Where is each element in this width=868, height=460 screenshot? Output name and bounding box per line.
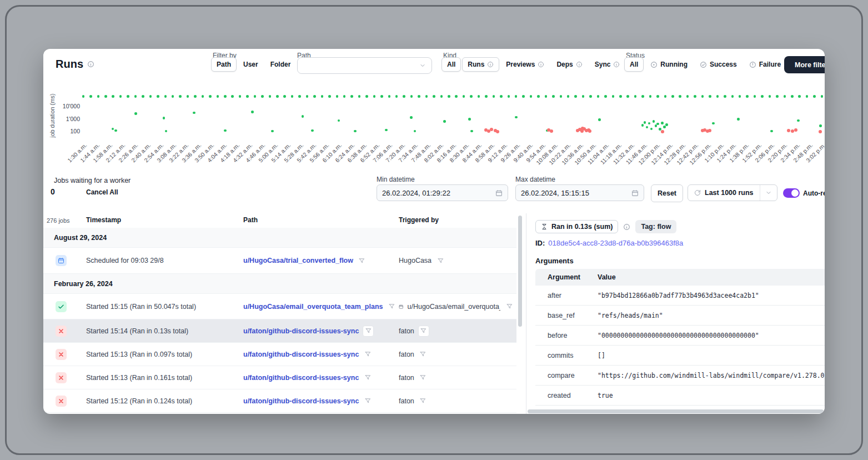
status-chip-all[interactable]: All <box>624 57 644 72</box>
data-point <box>239 95 242 98</box>
job-path-link[interactable]: u/HugoCasa/trial_converted_flow <box>243 257 353 264</box>
kind-chip-previews[interactable]: Previews <box>500 57 550 72</box>
job-path-cell: u/HugoCasa/email_overquota_team_plans <box>243 302 397 312</box>
data-point <box>388 95 391 98</box>
data-point <box>604 95 607 98</box>
filter-funnel-icon[interactable] <box>387 302 397 312</box>
table-row[interactable]: Started 15:12 (Ran in 0.124s total)u/fat… <box>43 389 516 413</box>
data-point <box>784 95 786 98</box>
data-point <box>217 95 219 98</box>
data-point <box>251 111 254 113</box>
data-point <box>114 129 117 132</box>
min-datetime-input[interactable]: 26.02.2024, 01:29:22 <box>377 184 508 201</box>
chip-label: User <box>243 61 258 68</box>
kind-chip-runs[interactable]: Runs <box>462 57 499 72</box>
info-icon[interactable] <box>87 61 94 68</box>
page-title: Runs <box>56 58 94 71</box>
filter-funnel-icon[interactable] <box>363 396 373 406</box>
horizontal-scrollbar[interactable] <box>528 409 824 413</box>
calendar-icon[interactable] <box>495 189 503 197</box>
info-icon <box>487 61 494 68</box>
max-datetime-input[interactable]: 26.02.2024, 15:15:15 <box>515 184 644 201</box>
table-row[interactable]: Started 15:13 (Ran in 0.161s total)u/fat… <box>43 366 516 389</box>
status-chip-success[interactable]: Success <box>694 57 742 72</box>
data-point <box>597 95 600 98</box>
job-path-link[interactable]: u/faton/github-discord-issues-sync <box>243 374 359 382</box>
job-path-link[interactable]: u/HugoCasa/email_overquota_team_plans <box>243 303 383 311</box>
data-point <box>89 95 92 98</box>
kind-chip-deps[interactable]: Deps <box>551 57 588 72</box>
data-point <box>515 95 518 98</box>
data-point <box>468 118 471 121</box>
alert-circle-icon <box>749 61 756 68</box>
filter-funnel-icon[interactable] <box>435 256 445 266</box>
data-point <box>656 95 659 98</box>
data-point <box>545 95 548 98</box>
kind-chip-all[interactable]: All <box>441 57 461 72</box>
kind-chip-sync[interactable]: Sync <box>589 57 626 72</box>
data-point <box>97 95 100 98</box>
data-point <box>350 95 353 98</box>
job-timestamp: Started 15:13 (Ran in 0.161s total) <box>86 374 192 382</box>
data-point <box>321 95 324 98</box>
status-chip-failure[interactable]: Failure <box>744 57 786 72</box>
duration-badge: Ran in 0.13s (sum) <box>535 220 618 233</box>
job-path-link[interactable]: u/faton/github-discord-issues-sync <box>243 327 359 335</box>
job-triggered-by-cell: u/HugoCasa/email_overquota_team_plans <box>399 302 514 312</box>
data-point <box>644 121 646 124</box>
table-row[interactable]: Scheduled for 09:03 29/8u/HugoCasa/trial… <box>43 248 516 274</box>
filter-by-chip-path[interactable]: Path <box>211 57 237 72</box>
filter-funnel-icon[interactable] <box>418 349 428 359</box>
job-path-link[interactable]: u/faton/github-discord-issues-sync <box>243 351 359 358</box>
auto-refresh-toggle[interactable] <box>783 188 800 198</box>
jobs-table-body: August 29, 2024Scheduled for 09:03 29/8u… <box>43 228 516 414</box>
filter-funnel-icon[interactable] <box>357 256 367 266</box>
job-triggered-by-cell: HugoCasa <box>399 256 445 266</box>
run-id-link[interactable]: 018de5c4-acc8-23d8-d76a-b0b396463f8a <box>548 239 683 247</box>
last-runs-dropdown-button[interactable] <box>760 185 777 201</box>
argument-row: after"b97b4bd12866a0b7adf77b3b4963d3acee… <box>535 286 825 306</box>
filter-funnel-icon[interactable] <box>504 302 514 312</box>
data-point <box>269 95 272 98</box>
cancel-all-button[interactable]: Cancel All <box>86 188 118 196</box>
status-chip-running[interactable]: Running <box>645 57 693 72</box>
scatter-plot-area[interactable] <box>83 93 822 139</box>
data-point <box>470 95 473 98</box>
info-icon <box>538 61 544 68</box>
filter-funnel-icon[interactable] <box>418 396 428 406</box>
data-point <box>574 95 577 98</box>
chip-label: All <box>630 61 638 68</box>
table-row[interactable]: Started 15:13 (Ran in 0.097s total)u/fat… <box>43 343 516 366</box>
data-point <box>385 129 388 132</box>
data-point <box>336 95 339 98</box>
check-icon <box>56 301 67 312</box>
data-point <box>650 128 653 131</box>
data-point <box>142 95 144 98</box>
data-point <box>418 95 420 98</box>
calendar-icon <box>56 255 67 266</box>
filter-funnel-icon[interactable] <box>418 373 428 383</box>
auto-refresh-label: Auto-refresh <box>803 189 825 197</box>
last-runs-button[interactable]: Last 1000 runs <box>688 185 760 201</box>
filter-funnel-icon[interactable] <box>363 349 373 359</box>
filter-funnel-icon[interactable] <box>363 373 373 383</box>
data-point <box>656 123 659 126</box>
filter-by-chip-user[interactable]: User <box>238 57 264 72</box>
reset-button[interactable]: Reset <box>651 184 683 202</box>
data-point <box>761 95 764 98</box>
filter-by-chip-folder[interactable]: Folder <box>265 57 297 72</box>
data-point <box>598 118 601 121</box>
table-row[interactable]: Started 15:14 (Ran in 0.13s total)u/fato… <box>43 319 516 343</box>
filter-funnel-icon[interactable] <box>363 326 374 337</box>
data-point <box>791 95 794 98</box>
data-point <box>403 95 405 98</box>
more-filters-button[interactable]: More filters <box>784 56 825 73</box>
vertical-scrollbar[interactable] <box>518 216 522 327</box>
table-row[interactable]: Started 15:15 (Ran in 50.047s total)u/Hu… <box>43 294 516 319</box>
filter-funnel-icon[interactable] <box>418 326 429 337</box>
info-icon[interactable] <box>623 223 630 231</box>
path-filter-select[interactable] <box>297 57 432 74</box>
job-path-link[interactable]: u/faton/github-discord-issues-sync <box>243 397 359 405</box>
data-point <box>530 95 533 98</box>
calendar-icon[interactable] <box>631 189 639 197</box>
